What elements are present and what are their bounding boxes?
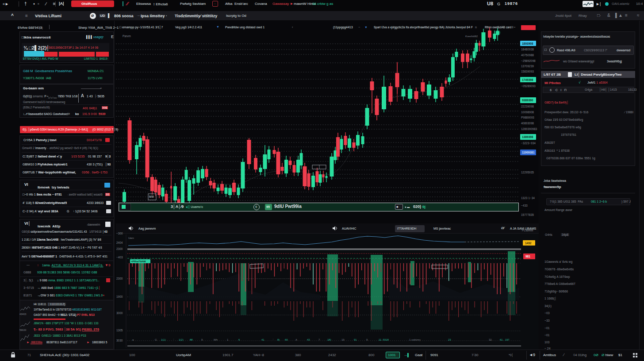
svg-text:M9I: M9I <box>149 195 154 198</box>
